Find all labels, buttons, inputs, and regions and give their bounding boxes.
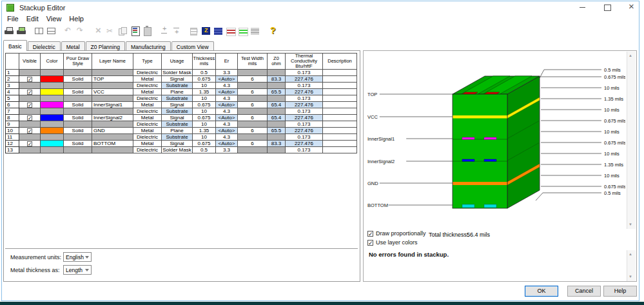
all-layers-icon[interactable] — [250, 26, 261, 36]
type-cell[interactable]: Dielectric — [133, 83, 162, 89]
visible-cell[interactable] — [19, 141, 41, 147]
description-cell[interactable] — [323, 102, 357, 108]
visible-checkbox[interactable] — [27, 141, 32, 146]
use-layer-colors-checkbox[interactable] — [367, 240, 373, 246]
description-cell[interactable] — [323, 89, 357, 95]
description-cell[interactable] — [323, 108, 357, 115]
visible-checkbox[interactable] — [27, 115, 32, 121]
er-cell[interactable]: 3.3 — [216, 147, 238, 153]
delete-icon[interactable] — [93, 26, 104, 36]
er-cell[interactable]: <Auto> — [216, 102, 238, 108]
layer-name-cell[interactable]: InnerSignal2 — [92, 115, 133, 121]
cancel-button[interactable]: Cancel — [567, 286, 601, 297]
description-cell[interactable] — [323, 95, 357, 102]
er-cell[interactable]: <Auto> — [216, 128, 238, 134]
usage-cell[interactable]: Signal — [162, 141, 193, 147]
color-swatch[interactable] — [41, 102, 64, 108]
usage-cell[interactable]: Solder Mask — [162, 70, 193, 76]
description-cell[interactable] — [323, 70, 357, 76]
row-number[interactable]: 5 — [6, 95, 19, 102]
redo-icon[interactable] — [75, 26, 86, 36]
row-number[interactable]: 11 — [6, 134, 19, 141]
type-cell[interactable]: Dielectric — [133, 147, 162, 153]
test-width-cell[interactable]: 6 — [238, 76, 268, 83]
tab-custom-view[interactable]: Custom View — [171, 41, 214, 51]
paste-special-icon[interactable] — [130, 26, 141, 36]
type-cell[interactable]: Metal — [133, 102, 162, 108]
thickness-cell[interactable]: 10 — [193, 134, 216, 141]
insert-row-below-icon[interactable] — [171, 26, 182, 36]
layer-name-cell[interactable]: InnerSignal1 — [92, 102, 133, 108]
metal-layers-icon[interactable] — [213, 26, 224, 36]
thickness-cell[interactable]: 0.5 — [193, 147, 216, 153]
thickness-cell[interactable]: 10 — [193, 108, 216, 115]
usage-cell[interactable]: Substrate — [162, 95, 193, 102]
scroll-down-icon[interactable]: ▼ — [629, 222, 632, 226]
row-number[interactable]: 8 — [6, 115, 19, 121]
thickness-cell[interactable]: 0.675 — [193, 141, 216, 147]
undo-icon[interactable] — [63, 26, 74, 36]
type-cell[interactable]: Metal — [133, 141, 162, 147]
maximize-icon[interactable] — [603, 3, 611, 11]
pour-style-cell[interactable]: Solid — [64, 141, 92, 147]
visible-cell[interactable] — [19, 115, 41, 121]
message-scrollbar[interactable]: ▲ ▼ — [627, 250, 636, 281]
pour-style-cell[interactable]: Solid — [64, 76, 92, 83]
layer-name-cell[interactable]: TOP — [92, 76, 133, 83]
color-swatch[interactable] — [41, 76, 64, 83]
er-cell[interactable]: 4.3 — [216, 83, 238, 89]
copy-icon[interactable] — [117, 26, 128, 36]
row-number[interactable]: 12 — [6, 141, 19, 147]
thickness-cell[interactable]: 1.35 — [193, 89, 216, 95]
layer-name-cell[interactable]: VCC — [92, 89, 133, 95]
scroll-up-icon[interactable]: ▲ — [629, 54, 632, 57]
usage-cell[interactable]: Plane — [162, 128, 193, 134]
type-cell[interactable]: Metal — [133, 76, 162, 83]
er-cell[interactable]: <Auto> — [216, 115, 238, 121]
pour-style-cell[interactable]: Solid — [64, 115, 92, 121]
pour-style-cell[interactable]: Solid — [64, 89, 92, 95]
menu-edit[interactable]: Edit — [23, 15, 43, 25]
menu-help[interactable]: Help — [65, 15, 88, 25]
thickness-cell[interactable]: 0.675 — [193, 102, 216, 108]
help-button[interactable]: Help — [603, 286, 637, 297]
usage-cell[interactable]: Plane — [162, 89, 193, 95]
usage-cell[interactable]: Substrate — [162, 134, 193, 141]
row-number[interactable]: 2 — [6, 76, 19, 83]
type-cell[interactable]: Dielectric — [133, 134, 162, 141]
thickness-cell[interactable]: 10 — [193, 95, 216, 102]
row-number[interactable]: 10 — [6, 128, 19, 134]
visible-cell[interactable] — [19, 76, 41, 83]
draw-proportionally-checkbox[interactable] — [367, 231, 373, 237]
type-cell[interactable]: Dielectric — [133, 108, 162, 115]
scroll-down-icon[interactable]: ▼ — [629, 275, 632, 279]
er-cell[interactable]: <Auto> — [216, 76, 238, 83]
er-cell[interactable]: 4.3 — [216, 108, 238, 115]
description-cell[interactable] — [323, 128, 357, 134]
thickness-cell[interactable]: 0.675 — [193, 115, 216, 121]
z0-planning-icon[interactable] — [201, 26, 212, 36]
dielectric-layers-icon[interactable] — [226, 26, 237, 36]
description-cell[interactable] — [323, 147, 357, 153]
tab-basic[interactable]: Basic — [3, 40, 27, 51]
thickness-cell[interactable]: 10 — [193, 121, 216, 128]
description-cell[interactable] — [323, 134, 357, 141]
thickness-cell[interactable]: 0.5 — [193, 70, 216, 76]
type-cell[interactable]: Metal — [133, 115, 162, 121]
ok-button[interactable]: OK — [525, 286, 558, 297]
insert-row-above-icon[interactable] — [159, 26, 170, 36]
close-icon[interactable] — [628, 3, 636, 11]
menu-file[interactable]: File — [3, 15, 23, 25]
print-preview-icon[interactable] — [16, 26, 27, 36]
visible-cell[interactable] — [19, 102, 41, 108]
type-cell[interactable]: Metal — [133, 89, 162, 95]
test-width-cell[interactable]: 6 — [238, 115, 268, 121]
usage-cell[interactable]: Substrate — [162, 108, 193, 115]
row-number[interactable]: 13 — [6, 147, 19, 153]
thickness-cell[interactable]: 1.35 — [193, 128, 216, 134]
layer-name-cell[interactable]: GND — [92, 128, 133, 134]
row-number[interactable]: 6 — [6, 102, 19, 108]
usage-cell[interactable]: Signal — [162, 76, 193, 83]
tab-manufacturing[interactable]: Manufacturing — [126, 41, 171, 51]
usage-cell[interactable]: Substrate — [162, 83, 193, 89]
